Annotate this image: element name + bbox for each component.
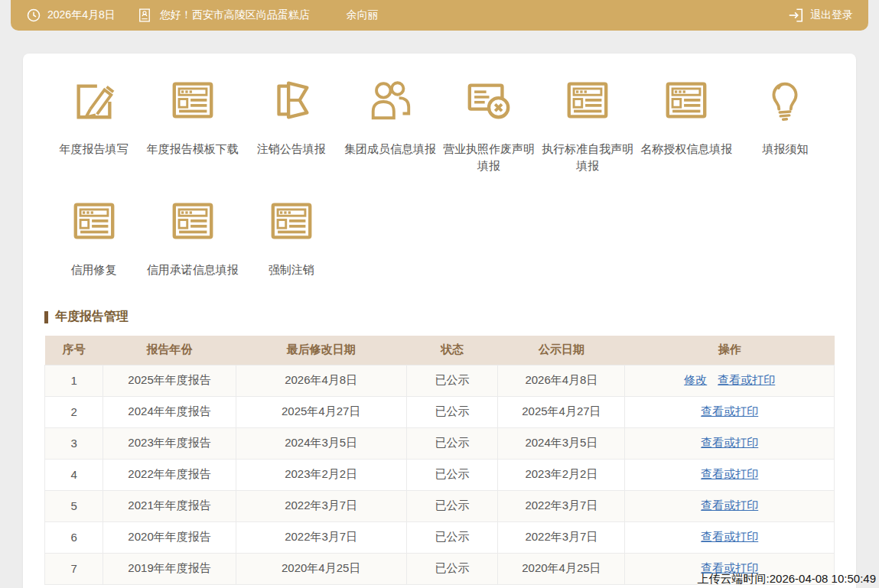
cell-seq: 3 [45, 427, 103, 459]
shortcut-label: 填报须知 [762, 141, 808, 158]
upload-time-watermark: 上传云端时间:2026-04-08 10:50:49 [698, 572, 876, 586]
shortcut-label: 信用修复 [71, 262, 117, 278]
shortcut-credit-repair[interactable]: 信用修复 [44, 197, 143, 278]
view-print-link[interactable]: 查看或打印 [701, 404, 758, 417]
cell-report-year: 2021年年度报告 [103, 490, 236, 521]
browser-icon [663, 76, 710, 127]
cell-seq: 1 [45, 365, 103, 396]
shortcut-group-member-info[interactable]: 集团成员信息填报 [340, 76, 439, 174]
table-header-row: 序号报告年份最后修改日期状态公示日期操作 [45, 336, 835, 365]
view-print-link[interactable]: 查看或打印 [701, 467, 758, 480]
view-print-link[interactable]: 查看或打印 [701, 530, 758, 543]
shortcut-label: 名称授权信息填报 [640, 141, 732, 158]
cell-actions: 查看或打印 [625, 521, 835, 553]
view-print-link[interactable]: 查看或打印 [701, 436, 758, 449]
main-card: 年度报告填写 年度报告模板下载 注销公告填报 集团成员信息 [23, 54, 856, 588]
column-header: 报告年份 [103, 336, 236, 365]
shortcut-label: 年度报告填写 [60, 141, 129, 158]
cell-modified-date: 2022年3月7日 [236, 521, 406, 553]
shortcut-label: 信用承诺信息填报 [147, 262, 239, 278]
table-row: 62020年年度报告2022年3月7日已公示2022年3月7日查看或打印 [45, 521, 835, 553]
cell-actions: 查看或打印 [625, 396, 835, 427]
cell-actions: 查看或打印 [625, 427, 835, 459]
column-header: 最后修改日期 [236, 336, 406, 365]
id-card-icon [137, 8, 152, 23]
browser-icon [169, 76, 216, 127]
table-row: 12025年年度报告2026年4月8日已公示2026年4月8日修改查看或打印 [45, 365, 835, 396]
people-icon [366, 76, 414, 127]
cell-actions: 查看或打印 [625, 490, 835, 521]
bulb-icon [761, 76, 809, 127]
shortcut-grid: 年度报告填写 年度报告模板下载 注销公告填报 集团成员信息 [44, 76, 835, 278]
cell-publish-date: 2025年4月27日 [498, 396, 625, 427]
shortcut-label: 年度报告模板下载 [147, 141, 239, 158]
cell-report-year: 2022年年度报告 [103, 459, 236, 490]
greeting-text: 您好！西安市高陵区尚品蛋糕店 [160, 8, 310, 22]
view-print-link[interactable]: 查看或打印 [718, 373, 775, 386]
shortcut-label: 强制注销 [269, 262, 314, 278]
cell-modified-date: 2025年4月27日 [236, 396, 406, 427]
edit-icon [70, 76, 118, 127]
cell-status: 已公示 [406, 553, 498, 584]
cell-report-year: 2024年年度报告 [103, 396, 236, 427]
shortcut-standard-self-declaration[interactable]: 执行标准自我声明填报 [539, 76, 637, 174]
cell-status: 已公示 [406, 427, 498, 459]
shortcut-annual-report-fill[interactable]: 年度报告填写 [44, 76, 143, 174]
cell-publish-date: 2022年3月7日 [498, 490, 625, 521]
shortcut-label: 注销公告填报 [257, 141, 326, 158]
clock-icon [26, 8, 41, 23]
cell-report-year: 2025年年度报告 [103, 365, 236, 396]
doc-cancel-icon [465, 76, 513, 127]
shortcut-filling-notice[interactable]: 填报须知 [736, 76, 835, 174]
section-title-bar [44, 311, 48, 323]
browser-icon [268, 197, 315, 248]
cell-report-year: 2020年年度报告 [103, 521, 236, 553]
shortcut-cancellation-announcement[interactable]: 注销公告填报 [242, 76, 340, 174]
logout-icon [787, 7, 804, 24]
current-date: 2026年4月8日 [47, 8, 116, 22]
shortcut-row: 信用修复 信用承诺信息填报 [44, 197, 835, 278]
shortcut-name-authorization-info[interactable]: 名称授权信息填报 [637, 76, 736, 174]
cell-seq: 7 [45, 553, 103, 584]
cell-publish-date: 2023年2月2日 [498, 459, 625, 490]
shortcut-row: 年度报告填写 年度报告模板下载 注销公告填报 集团成员信息 [44, 76, 835, 174]
cell-publish-date: 2024年3月5日 [498, 427, 625, 459]
shortcut-credit-commitment-info[interactable]: 信用承诺信息填报 [143, 197, 242, 278]
logout-button[interactable]: 退出登录 [787, 7, 853, 24]
cell-seq: 6 [45, 521, 103, 553]
cell-modified-date: 2024年3月5日 [236, 427, 406, 459]
shortcut-license-invalid-declaration[interactable]: 营业执照作废声明填报 [440, 76, 539, 174]
column-header: 公示日期 [498, 336, 625, 365]
announcement-icon [268, 76, 315, 127]
cell-modified-date: 2020年4月25日 [236, 553, 406, 584]
section-title-text: 年度报告管理 [55, 309, 129, 325]
browser-icon [70, 197, 118, 248]
cell-modified-date: 2026年4月8日 [236, 365, 406, 396]
shortcut-label: 集团成员信息填报 [344, 141, 436, 158]
column-header: 状态 [406, 336, 498, 365]
cell-seq: 5 [45, 490, 103, 521]
cell-status: 已公示 [406, 490, 498, 521]
shortcut-label: 执行标准自我声明填报 [540, 141, 635, 174]
table-row: 42022年年度报告2023年2月2日已公示2023年2月2日查看或打印 [45, 459, 835, 490]
cell-publish-date: 2022年3月7日 [498, 521, 625, 553]
cell-actions: 查看或打印 [625, 459, 835, 490]
username-text: 余向丽 [347, 8, 379, 22]
view-print-link[interactable]: 查看或打印 [701, 499, 758, 512]
cell-status: 已公示 [406, 459, 498, 490]
shortcut-forced-cancellation[interactable]: 强制注销 [242, 197, 340, 278]
cell-status: 已公示 [406, 521, 498, 553]
top-bar: 2026年4月8日 您好！西安市高陵区尚品蛋糕店 余向丽 退出登录 [11, 0, 868, 31]
table-row: 52021年年度报告2022年3月7日已公示2022年3月7日查看或打印 [45, 490, 835, 521]
cell-modified-date: 2023年2月2日 [236, 459, 406, 490]
table-row: 22024年年度报告2025年4月27日已公示2025年4月27日查看或打印 [45, 396, 835, 427]
table-row: 32023年年度报告2024年3月5日已公示2024年3月5日查看或打印 [45, 427, 835, 459]
modify-link[interactable]: 修改 [684, 373, 707, 386]
shortcut-annual-report-template-download[interactable]: 年度报告模板下载 [143, 76, 242, 174]
cell-modified-date: 2022年3月7日 [236, 490, 406, 521]
annual-report-table: 序号报告年份最后修改日期状态公示日期操作 12025年年度报告2026年4月8日… [44, 336, 835, 585]
browser-icon [564, 76, 611, 127]
logout-label: 退出登录 [810, 8, 853, 22]
browser-icon [169, 197, 216, 248]
cell-status: 已公示 [406, 396, 498, 427]
